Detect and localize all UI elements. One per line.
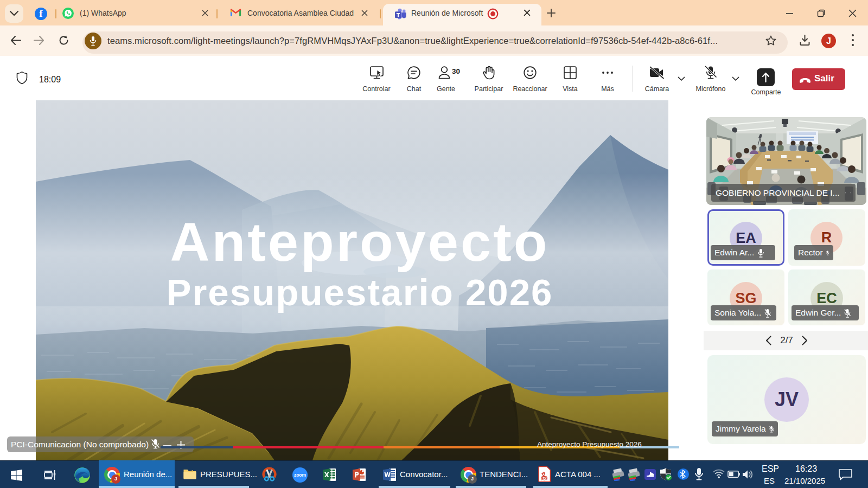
svg-text:30: 30 bbox=[452, 67, 460, 75]
svg-text:PDF: PDF bbox=[541, 478, 548, 481]
